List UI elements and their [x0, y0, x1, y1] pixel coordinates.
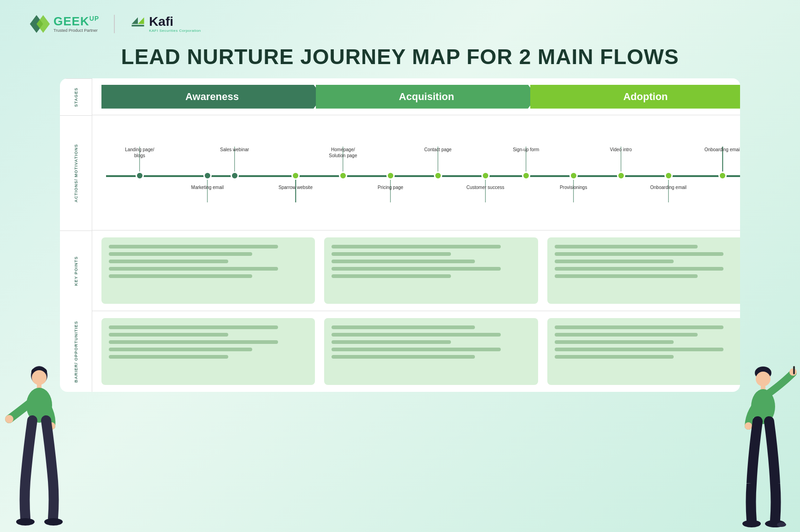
- kafi-brand-name: Kafi: [149, 15, 201, 28]
- content-line: [109, 252, 252, 256]
- content-line: [109, 245, 278, 248]
- header: GEEKUP Trusted Product Partner Kafi KAFI…: [0, 0, 800, 40]
- person-right: [722, 329, 800, 532]
- svg-rect-19: [793, 366, 795, 374]
- dot-down-2: [291, 171, 300, 180]
- key-points-section-1: [101, 237, 315, 304]
- content-line: [109, 340, 278, 344]
- label-video-intro: Video intro: [600, 147, 642, 153]
- svg-marker-2: [132, 18, 138, 24]
- label-marketing-email: Marketing email: [187, 184, 228, 190]
- content-line: [555, 340, 674, 344]
- stage-awareness: Awareness: [101, 85, 323, 109]
- content-line: [109, 325, 278, 329]
- label-contact-page: Contact page: [417, 147, 459, 153]
- label-provisionings: Provisionings: [553, 184, 594, 190]
- barriers-row: [92, 311, 740, 392]
- label-customer-success: Customer success: [465, 184, 506, 190]
- kafi-icon: [130, 16, 146, 32]
- kafi-subtitle: KAFI Securities Corporation: [149, 29, 201, 33]
- dot-5: [522, 171, 530, 180]
- stage-adoption: Adoption: [530, 85, 740, 109]
- svg-point-21: [742, 520, 761, 527]
- dot-3: [339, 171, 347, 180]
- content-line: [109, 348, 252, 351]
- label-landing-page: Landing page/blogs: [119, 147, 160, 159]
- page-title: LEAD NURTURE JOURNEY MAP FOR 2 MAIN FLOW…: [0, 44, 800, 69]
- label-sales-webinar: Sales webinar: [214, 147, 255, 153]
- svg-point-12: [16, 518, 35, 526]
- svg-point-23: [777, 522, 786, 527]
- barriers-section-2: [324, 318, 538, 385]
- kafi-logo: Kafi KAFI Securities Corporation: [130, 15, 201, 33]
- label-homepage: Homepage/Solution page: [322, 147, 364, 159]
- content-line: [555, 267, 724, 271]
- content-line: [332, 252, 451, 256]
- content-line: [332, 245, 501, 248]
- key-points-section-3: [547, 237, 740, 304]
- label-sparrow-website: Sparrow website: [275, 184, 316, 190]
- geekup-icon: [28, 13, 50, 35]
- dot-7: [718, 171, 727, 180]
- content-line: [555, 245, 698, 248]
- svg-point-20: [745, 422, 752, 430]
- dot-2: [231, 171, 239, 180]
- dot-down-3: [386, 171, 395, 180]
- barriers-section-3: [547, 318, 740, 385]
- key-points-row: [92, 231, 740, 311]
- journey-map-chart: STAGES ACTIONS/ MOTIVATIONS KEY POINTS B…: [60, 78, 740, 392]
- content-line: [109, 274, 252, 278]
- logo-divider: [114, 15, 115, 33]
- content-line: [332, 355, 475, 359]
- content-line: [332, 325, 475, 329]
- dot-4: [434, 171, 442, 180]
- content-line: [332, 274, 451, 278]
- content-line: [109, 355, 228, 359]
- label-onboarding-email-above: Onboarding email: [702, 147, 740, 153]
- dot-6: [617, 171, 625, 180]
- content-line: [555, 325, 724, 329]
- chart-content: Awareness Acquisition Adoption Landing p…: [92, 78, 740, 392]
- key-points-section-2: [324, 237, 538, 304]
- content-line: [109, 260, 228, 263]
- content-line: [555, 274, 698, 278]
- dot-down-5: [569, 171, 578, 180]
- content-line: [332, 333, 501, 337]
- person-left: [0, 329, 78, 532]
- content-line: [109, 333, 228, 337]
- geekup-tagline: Trusted Product Partner: [53, 28, 99, 33]
- content-line: [109, 267, 278, 271]
- stages-label: STAGES: [60, 78, 92, 115]
- label-signup-form: Sign-up form: [505, 147, 547, 153]
- dot-down-6: [664, 171, 673, 180]
- keypoints-label: KEY POINTS: [60, 231, 92, 311]
- content-line: [332, 340, 451, 344]
- svg-point-13: [44, 518, 63, 526]
- label-pricing-page: Pricing page: [370, 184, 411, 190]
- dot-down-1: [203, 171, 212, 180]
- content-line: [332, 260, 475, 263]
- svg-point-10: [5, 415, 13, 423]
- barriers-section-1: [101, 318, 315, 385]
- actions-row: Landing page/blogs Sales webinar Homepag…: [92, 115, 740, 231]
- label-onboarding-email-below: Onboarding email: [648, 184, 689, 190]
- dot-1: [136, 171, 144, 180]
- svg-marker-3: [138, 18, 144, 24]
- svg-rect-4: [132, 25, 144, 27]
- dot-down-4: [481, 171, 490, 180]
- content-line: [555, 333, 698, 337]
- content-line: [555, 348, 724, 351]
- actions-label: ACTIONS/ MOTIVATIONS: [60, 115, 92, 231]
- content-line: [555, 252, 724, 256]
- content-line: [332, 348, 501, 351]
- content-line: [555, 355, 674, 359]
- svg-point-7: [32, 370, 47, 385]
- geekup-brand-name: GEEKUP: [53, 15, 99, 27]
- stages-row: Awareness Acquisition Adoption: [92, 78, 740, 115]
- content-line: [332, 267, 501, 271]
- timeline-line: [106, 175, 740, 177]
- content-line: [555, 260, 674, 263]
- geekup-logo: GEEKUP Trusted Product Partner: [28, 13, 99, 35]
- stage-acquisition: Acquisition: [316, 85, 537, 109]
- svg-point-15: [756, 372, 770, 386]
